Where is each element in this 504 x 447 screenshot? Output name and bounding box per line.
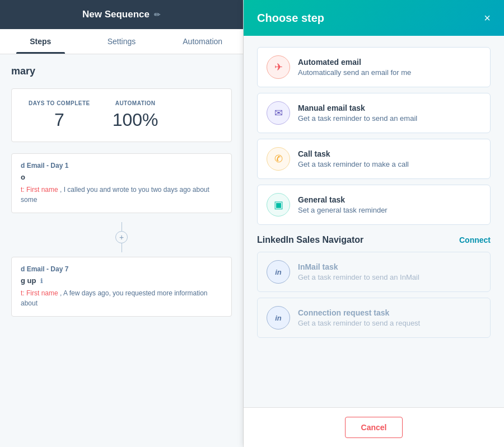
call-task-desc: Get a task reminder to make a call <box>298 160 481 168</box>
manual-email-text: Manual email task Get a task reminder to… <box>298 103 481 123</box>
left-panel: New Sequence ✏ Steps Settings Automation… <box>0 0 244 447</box>
add-step-button[interactable]: + <box>115 231 128 243</box>
modal-header: Choose step × <box>244 0 504 36</box>
option-manual-email[interactable]: ✉ Manual email task Get a task reminder … <box>257 93 491 133</box>
step-1-label: d Email - Day 1 <box>21 162 222 170</box>
inmail-task-icon: in <box>267 260 290 284</box>
general-task-icon: ▣ <box>267 193 290 217</box>
linkedin-section: LinkedIn Sales Navigator Connect in InMa… <box>257 235 491 338</box>
stat-days-label: DAYS TO COMPLETE <box>29 100 90 106</box>
section-title: mary <box>11 65 232 77</box>
connector-line-top <box>122 222 122 231</box>
step-connector: + <box>11 218 232 257</box>
step-1-subject: o <box>21 173 222 181</box>
left-content: mary DAYS TO COMPLETE 7 AUTOMATION 100% … <box>0 54 243 447</box>
inmail-task-desc: Get a task reminder to send an InMail <box>298 273 481 281</box>
step-2-token: t: First name <box>21 289 58 297</box>
stat-automation-label: AUTOMATION <box>113 100 158 106</box>
stat-days-value: 7 <box>29 110 90 130</box>
inmail-task-name: InMail task <box>298 262 481 271</box>
step-2-label: d Email - Day 7 <box>21 265 222 273</box>
close-button[interactable]: × <box>484 12 491 23</box>
page-title: New Sequence <box>82 9 150 20</box>
app-header: New Sequence ✏ <box>0 0 243 29</box>
step-1-body: t: First name , I called you and wrote t… <box>21 185 222 205</box>
info-icon: ℹ <box>40 277 43 284</box>
modal-footer: Cancel <box>244 407 504 447</box>
automated-email-desc: Automatically send an email for me <box>298 68 481 77</box>
stat-automation-value: 100% <box>113 110 158 130</box>
manual-email-icon: ✉ <box>267 101 290 125</box>
automated-email-text: Automated email Automatically send an em… <box>298 58 481 77</box>
sequence-step-2[interactable]: d Email - Day 7 g up ℹ t: First name , A… <box>11 257 232 317</box>
modal-title: Choose step <box>257 12 324 25</box>
sequence-step-1[interactable]: d Email - Day 1 o t: First name , I call… <box>11 153 232 213</box>
option-general-task[interactable]: ▣ General task Set a general task remind… <box>257 185 491 225</box>
cancel-button[interactable]: Cancel <box>345 417 403 438</box>
call-task-name: Call task <box>298 149 481 158</box>
connection-request-name: Connection request task <box>298 308 481 317</box>
general-task-name: General task <box>298 195 481 204</box>
inmail-task-text: InMail task Get a task reminder to send … <box>298 262 481 281</box>
connection-request-text: Connection request task Get a task remin… <box>298 308 481 327</box>
option-automated-email[interactable]: ✈ Automated email Automatically send an … <box>257 47 491 87</box>
stat-automation: AUTOMATION 100% <box>113 100 158 130</box>
automated-email-icon: ✈ <box>267 55 290 79</box>
choose-step-modal: Choose step × ✈ Automated email Automati… <box>244 0 504 447</box>
tabs-bar: Steps Settings Automation <box>0 29 243 54</box>
connection-request-desc: Get a task reminder to send a request <box>298 319 481 327</box>
step-2-body: t: First name , A few days ago, you requ… <box>21 288 222 308</box>
step-2-subject: g up ℹ <box>21 276 222 285</box>
option-inmail-task: in InMail task Get a task reminder to se… <box>257 252 491 292</box>
automated-email-name: Automated email <box>298 58 481 67</box>
tab-automation[interactable]: Automation <box>162 29 243 54</box>
modal-body: ✈ Automated email Automatically send an … <box>244 36 504 407</box>
linkedin-title: LinkedIn Sales Navigator <box>257 235 363 245</box>
edit-icon[interactable]: ✏ <box>154 10 161 19</box>
step-1-token: t: First name <box>21 186 58 194</box>
manual-email-desc: Get a task reminder to send an email <box>298 114 481 123</box>
tab-steps[interactable]: Steps <box>0 29 81 54</box>
general-task-desc: Set a general task reminder <box>298 206 481 214</box>
manual-email-name: Manual email task <box>298 103 481 112</box>
general-task-text: General task Set a general task reminder <box>298 195 481 214</box>
option-connection-request: in Connection request task Get a task re… <box>257 298 491 338</box>
connector-line-bottom <box>122 243 122 252</box>
linkedin-header: LinkedIn Sales Navigator Connect <box>257 235 491 245</box>
connect-link[interactable]: Connect <box>459 236 491 244</box>
call-task-icon: ✆ <box>267 147 290 171</box>
stats-row: DAYS TO COMPLETE 7 AUTOMATION 100% <box>11 88 232 142</box>
option-call-task[interactable]: ✆ Call task Get a task reminder to make … <box>257 139 491 179</box>
stat-days: DAYS TO COMPLETE 7 <box>29 100 90 130</box>
tab-settings[interactable]: Settings <box>81 29 162 54</box>
connection-request-icon: in <box>267 306 290 330</box>
call-task-text: Call task Get a task reminder to make a … <box>298 149 481 168</box>
